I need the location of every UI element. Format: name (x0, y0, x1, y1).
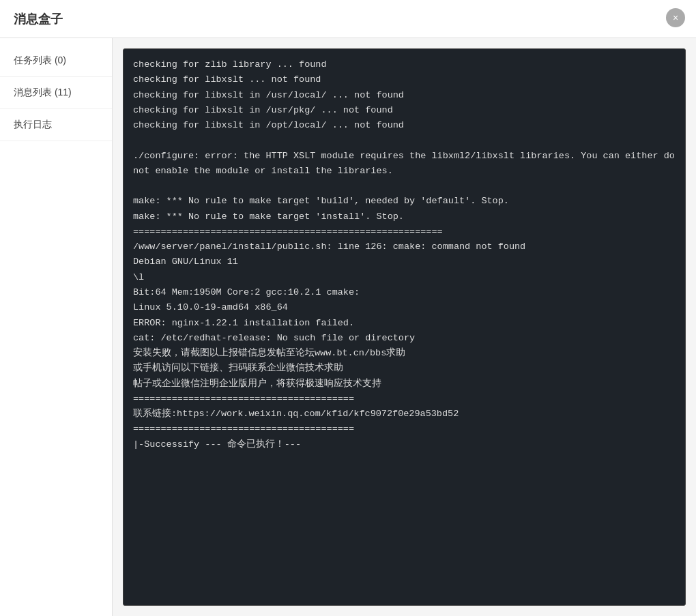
terminal-output: checking for zlib library ... found chec… (133, 57, 676, 452)
content-area: checking for zlib library ... found chec… (113, 38, 696, 616)
close-icon: × (673, 12, 678, 23)
main-layout: 任务列表 (0) 消息列表 (11) 执行日志 checking for zli… (0, 38, 696, 616)
terminal-container: checking for zlib library ... found chec… (123, 48, 686, 606)
header: 消息盒子 × (0, 0, 696, 38)
sidebar: 任务列表 (0) 消息列表 (11) 执行日志 (0, 38, 113, 616)
terminal-scrollarea[interactable]: checking for zlib library ... found chec… (124, 49, 685, 605)
sidebar-item-task-list[interactable]: 任务列表 (0) (0, 45, 112, 77)
sidebar-item-message-list[interactable]: 消息列表 (11) (0, 77, 112, 109)
page-title: 消息盒子 (14, 11, 63, 27)
sidebar-item-execution-log[interactable]: 执行日志 (0, 109, 112, 141)
close-button[interactable]: × (666, 8, 685, 27)
